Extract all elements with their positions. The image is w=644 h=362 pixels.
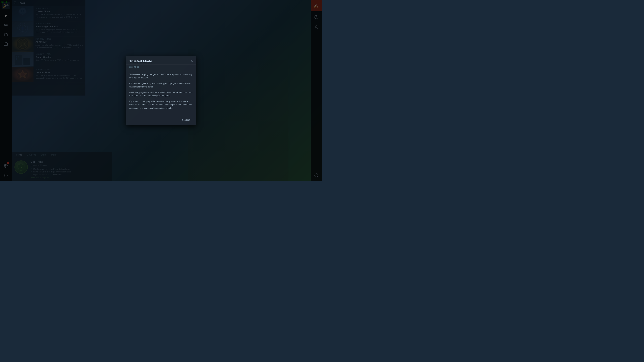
modal-paragraph-1: Today we're shipping changes to CS:GO th…	[129, 73, 193, 80]
modal-paragraph-4: If you would like to play while using th…	[129, 100, 193, 110]
modal-paragraph-3: By default, players will launch CS:GO in…	[129, 91, 193, 98]
modal-footer: CLOSE	[126, 115, 196, 125]
external-link-icon[interactable]: ⧉	[191, 60, 193, 63]
close-button[interactable]: CLOSE	[180, 118, 193, 122]
modal-paragraph-2: CS:GO now significantly restricts the ty…	[129, 82, 193, 89]
modal-date: 2020-07-09	[126, 65, 196, 70]
modal-title: Trusted Mode	[129, 59, 152, 63]
modal-overlay: Trusted Mode ⧉ 2020-07-09 Today we're sh…	[0, 0, 322, 181]
modal-header: Trusted Mode ⧉	[126, 56, 196, 65]
trusted-mode-modal: Trusted Mode ⧉ 2020-07-09 Today we're sh…	[126, 56, 196, 125]
modal-body: Today we're shipping changes to CS:GO th…	[126, 70, 196, 115]
